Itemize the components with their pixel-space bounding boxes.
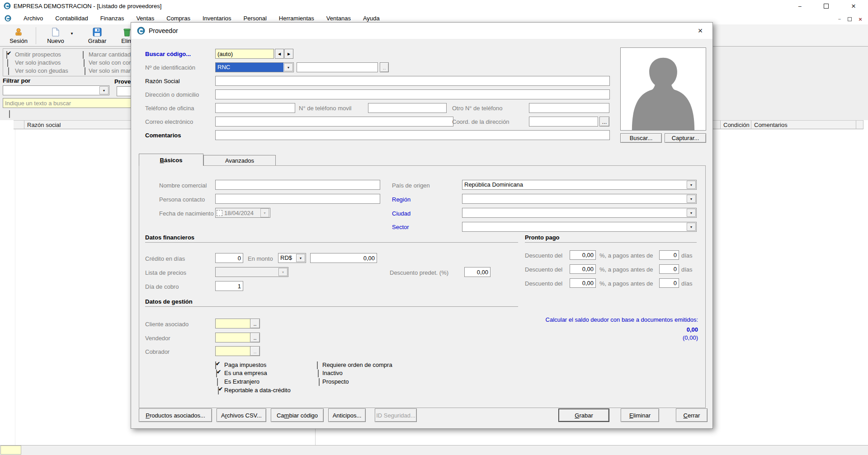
marcar-cantidad-checkbox[interactable] [83,51,84,59]
identificacion-type-combobox[interactable]: RNC ▼ [215,62,294,72]
dialog-close-button[interactable]: × [694,25,706,36]
menu-item-inventarios[interactable]: Inventarios [203,15,231,22]
menu-item-personal[interactable]: Personal [244,15,267,22]
filter-by-combobox[interactable]: ▼ [3,85,109,95]
pp3-days-input[interactable] [659,278,679,288]
currency-dropdown-icon[interactable]: ▼ [296,254,305,262]
tel-oficina-input[interactable] [215,103,295,113]
codigo-input[interactable] [215,49,274,59]
save-button[interactable]: Grabar [84,26,110,45]
cerrar-button[interactable]: Cerrar [676,408,708,422]
pp1-pct-input[interactable] [570,250,596,260]
persona-contacto-input[interactable] [215,194,380,204]
ciudad-dropdown-icon[interactable]: ▼ [687,209,696,217]
direccion-input[interactable] [215,89,610,99]
es-una-empresa-checkbox[interactable] [216,370,217,377]
omitir-prospectos-checkbox[interactable] [6,51,7,59]
nombre-comercial-input[interactable] [215,180,380,190]
status-search-box[interactable] [0,446,21,455]
new-button[interactable]: Nuevo [42,26,69,45]
menu-item-ventanas[interactable]: Ventanas [326,15,351,22]
credito-monto-input[interactable] [310,253,377,263]
coord-lookup-button[interactable]: ... [599,117,609,127]
mdi-minimize-button[interactable]: − [835,15,844,23]
ciudad-combobox[interactable]: ▼ [462,208,697,218]
menu-item-ventas[interactable]: Ventas [136,15,154,22]
table-header-comentarios[interactable]: Comentarios [751,120,856,129]
table-header-selector[interactable] [14,120,24,129]
reportable-data-credito-checkbox[interactable] [218,387,219,394]
pais-combobox[interactable]: República Dominicana ▼ [462,180,697,190]
archivos-csv-button[interactable]: Archivos CSV... [217,408,266,422]
region-label[interactable]: Región [392,196,410,203]
cliente-lookup-button[interactable]: .. [250,319,260,328]
menu-item-ayuda[interactable]: Ayuda [363,15,380,22]
ciudad-label[interactable]: Ciudad [392,210,410,217]
sector-dropdown-icon[interactable]: ▼ [687,223,696,231]
credito-dias-input[interactable] [215,253,243,263]
currency-combobox[interactable]: RD$ ▼ [278,253,306,263]
sector-label[interactable]: Sector [392,224,409,230]
dia-cobro-input[interactable] [215,281,243,291]
menu-item-archivo[interactable]: Archivo [24,15,43,22]
ver-solo-inactivos-checkbox[interactable] [7,59,8,67]
mdi-close-button[interactable]: × [856,15,865,23]
sector-combobox[interactable]: ▼ [462,222,697,232]
coord-input[interactable] [529,117,598,127]
photo-capturar-button[interactable]: Capturar... [665,133,706,143]
close-button[interactable]: × [841,0,866,12]
paga-impuestos-checkbox[interactable] [215,361,216,369]
ver-solo-sin-marc-checkbox[interactable] [85,67,85,75]
vendedor-lookup-button[interactable]: .. [250,333,260,342]
fecha-nacimiento-datepicker[interactable]: 18/04/2024 ▼ [215,208,270,218]
grabar-button[interactable]: Grabar [558,408,609,422]
buscar-codigo-label[interactable]: Buscar código... [145,51,191,57]
vendedor-input[interactable] [215,333,250,342]
pp1-days-input[interactable] [659,250,679,260]
razon-social-input[interactable] [215,76,610,86]
codigo-prev-icon[interactable]: ◀ [275,49,284,59]
prospecto-checkbox[interactable] [319,378,320,386]
otro-tel-input[interactable] [529,103,609,113]
cambiar-codigo-button[interactable]: Cambiar código [271,408,324,422]
tel-movil-input[interactable] [368,103,447,113]
es-extranjero-checkbox[interactable] [217,378,218,386]
productos-asociados-button[interactable]: Productos asociados... [139,408,212,422]
menu-item-finanzas[interactable]: Finanzas [100,15,124,22]
tab-basicos[interactable]: Básicos [139,154,203,166]
anticipos-button[interactable]: Anticipos... [328,408,366,422]
correo-input[interactable] [215,117,453,127]
ver-solo-con-cor-checkbox[interactable] [84,59,85,67]
cliente-asociado-input[interactable] [215,319,250,328]
menu-item-herramientas[interactable]: Herramientas [279,15,314,22]
ver-solo-con-deudas-checkbox[interactable] [8,67,9,75]
descuento-predet-input[interactable] [464,267,491,277]
filter-by-dropdown-icon[interactable]: ▼ [99,86,108,94]
pp2-days-input[interactable] [659,264,679,274]
calcular-saldo-link[interactable]: Calcular el saldo deudor con base a docu… [443,316,698,323]
identificacion-input[interactable] [297,62,378,72]
mdi-restore-button[interactable] [845,15,854,23]
menu-item-contabilidad[interactable]: Contabilidad [55,15,88,22]
new-dropdown-icon[interactable]: ▼ [70,32,74,36]
inactivo-checkbox[interactable] [318,370,319,377]
comentarios-input[interactable] [215,130,610,140]
pp3-pct-input[interactable] [570,278,596,288]
pp2-pct-input[interactable] [570,264,596,274]
restore-button[interactable] [815,0,837,12]
pais-dropdown-icon[interactable]: ▼ [687,181,696,189]
requiere-orden-checkbox[interactable] [317,361,318,369]
photo-buscar-button[interactable]: Buscar... [620,133,662,143]
table-header-condicion[interactable]: Condición [721,120,751,129]
cobrador-input[interactable] [215,346,250,356]
identificacion-dropdown-icon[interactable]: ▼ [284,63,293,71]
search-input[interactable] [3,98,135,108]
menu-item-compras[interactable]: Compras [166,15,190,22]
fecha-checkbox[interactable] [217,210,222,216]
extra-filter-checkbox[interactable] [9,110,10,118]
region-combobox[interactable]: ▼ [462,194,697,204]
codigo-next-icon[interactable]: ▶ [284,49,293,59]
region-dropdown-icon[interactable]: ▼ [687,195,696,203]
eliminar-button[interactable]: Eliminar [621,408,659,422]
session-button[interactable]: Sesión [6,26,31,45]
